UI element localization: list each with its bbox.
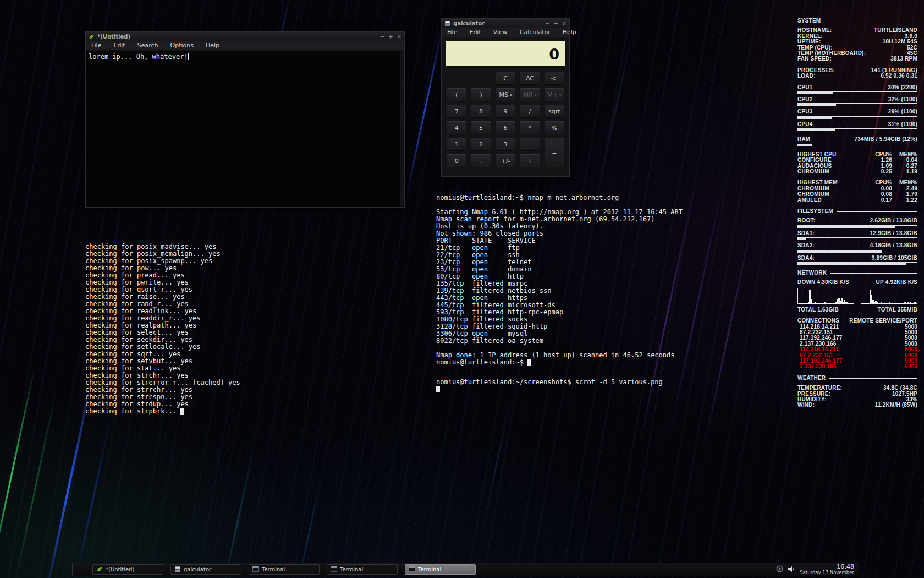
editor-scrollbar[interactable] [400,51,404,206]
calc-button-6[interactable]: 6 [496,121,515,134]
editor-menu-item-help[interactable]: Help [206,42,219,49]
maximize-icon[interactable]: + [388,34,393,40]
editor-text-area[interactable]: lorem ip... Oh, whatever! [86,51,404,206]
calc-button-*[interactable]: * [520,121,540,134]
terminal-line: 53/tcp open domain [436,265,700,272]
calc-button-)[interactable]: ) [471,88,491,101]
calculator-app-icon [444,20,450,26]
calc-button-.[interactable]: . [471,154,491,167]
taskbar-task-terminal[interactable]: Terminal [327,564,398,575]
terminal-nmap[interactable]: nomius@turtleisland:~$ nmap m-net.arborn… [436,194,700,366]
text-caret [188,53,189,60]
calc-button-5[interactable]: 5 [471,121,491,134]
calc-button-=[interactable]: = [544,138,564,167]
section-header-network: NETWORK [798,270,917,276]
calc-button-C[interactable]: C [496,72,515,85]
terminal-scrot[interactable]: nomius@turtleisland:~/screenshots$ scrot… [436,378,700,392]
terminal-line: checking for strchr... yes [85,372,338,379]
calc-button-([interactable]: ( [447,88,466,101]
section-header-filesystem: FILESYSTEM [798,209,917,214]
desktop: *(Untitled) − + × FileEditSearchOptionsH… [0,0,924,578]
calc-button-MS[interactable]: MS▾ [496,88,515,101]
calculator-window-controls: − + × [545,20,566,26]
terminal-icon [409,566,415,574]
leafpad-icon [96,566,103,574]
editor-menu-item-search[interactable]: Search [138,42,158,49]
calc-button--[interactable]: - [520,138,540,151]
calculator-window[interactable]: galculator − + × FileEditViewCalculatorH… [441,18,570,177]
calc-button-AC[interactable]: AC [520,72,540,85]
calculator-titlebar[interactable]: galculator − + × [442,19,569,28]
calc-button-8[interactable]: 8 [471,105,491,118]
calc-button-+[interactable]: + [520,154,540,167]
close-icon[interactable]: × [397,34,402,40]
terminal-line: 1080/tcp filtered socks [436,315,700,323]
calc-button-0[interactable]: 0 [447,154,466,167]
calculator-menu-item-file[interactable]: File [447,29,457,36]
taskbar-task-terminal[interactable]: Terminal [249,564,320,575]
terminal-line: checking for raise... yes [85,293,338,300]
taskbar-task--untitled-[interactable]: *(Untitled) [92,564,163,575]
terminal-line: 445/tcp filtered microsoft-ds [436,301,700,308]
clock: 16:48 Saturday 17 November [800,564,854,576]
calc-button-9[interactable]: 9 [496,105,515,118]
editor-menu-item-file[interactable]: File [91,42,101,49]
terminal-cursor [527,359,531,366]
calc-button-7[interactable]: 7 [447,105,466,118]
calc-button-+/-[interactable]: +/- [496,154,515,167]
volume-icon[interactable] [788,564,795,575]
terminal-icon [331,566,337,574]
upload-graph [861,288,917,304]
tray-icon[interactable] [776,564,783,575]
calculator-menu-item-edit[interactable]: Edit [469,29,481,36]
editor-menu-item-edit[interactable]: Edit [113,42,125,49]
terminal-line: checking for strdup... yes [85,400,338,407]
taskbar-task-galculator[interactable]: galculator [170,564,241,575]
calculator-icon [174,566,181,574]
terminal-line: 80/tcp open http [436,272,700,280]
minimize-icon[interactable]: − [380,34,384,40]
calculator-menu-item-calculator[interactable]: Calculator [520,29,551,36]
terminal-line [436,344,700,351]
task-label: *(Untitled) [106,566,134,572]
terminal-line: Not shown: 986 closed ports [436,230,700,237]
conky-row: WIND:11.2KM/H (85W) [798,402,917,408]
terminal-line: checking for readdir_r... yes [85,314,338,321]
editor-title: *(Untitled) [97,34,380,40]
terminal-line: Host is up (0.30s latency). [436,222,700,230]
taskbar-task-terminal[interactable]: Terminal [405,564,476,575]
terminal-line: checking for seekdir... yes [85,336,338,343]
terminal-line: checking for strerror_r... (cached) yes [85,379,338,386]
calc-button-4[interactable]: 4 [447,121,466,134]
calc-button-MR[interactable]: MR▾ [520,88,540,101]
task-label: Terminal [340,566,363,572]
calc-button-3[interactable]: 3 [496,138,515,151]
terminal-configure-output[interactable]: checking for posix_madvise... yescheckin… [85,243,338,415]
close-icon[interactable]: × [562,20,566,26]
calc-button-<-[interactable]: <- [544,72,564,85]
editor-titlebar[interactable]: *(Untitled) − + × [86,32,404,41]
editor-menu-item-options[interactable]: Options [170,42,194,49]
calc-button-/[interactable]: / [520,105,540,118]
editor-window-controls: − + × [380,34,402,40]
calc-button-1[interactable]: 1 [447,138,466,151]
calc-button-2[interactable]: 2 [471,138,491,151]
taskbar-tray: 16:48 Saturday 17 November [776,564,859,576]
terminal-line: checking for qsort_r... yes [85,286,338,293]
terminal-line: 443/tcp open https [436,294,700,301]
download-graph [798,288,854,304]
terminal-line: 23/tcp open telnet [436,258,700,265]
highest-cpu-table: HIGHEST CPUCPU%MEM%CONFIGURE1.260.04AUDA… [798,152,917,175]
net-down-label: DOWN 4.30KIB K/S [798,280,849,285]
calculator-menu-item-help[interactable]: Help [563,29,576,36]
task-label: galculator [184,566,211,572]
calc-button-M+[interactable]: M+▾ [544,88,564,101]
calc-button-sqrt[interactable]: sqrt [544,105,564,118]
editor-window[interactable]: *(Untitled) − + × FileEditSearchOptionsH… [85,31,405,208]
maximize-icon[interactable]: + [553,20,558,26]
calculator-menu-item-view[interactable]: View [493,29,508,36]
calc-button-%[interactable]: % [544,121,564,134]
terminal-line: checking for realpath... yes [85,321,338,329]
conky-bar-row: CPU431% (1100) [798,122,917,131]
minimize-icon[interactable]: − [545,20,549,26]
